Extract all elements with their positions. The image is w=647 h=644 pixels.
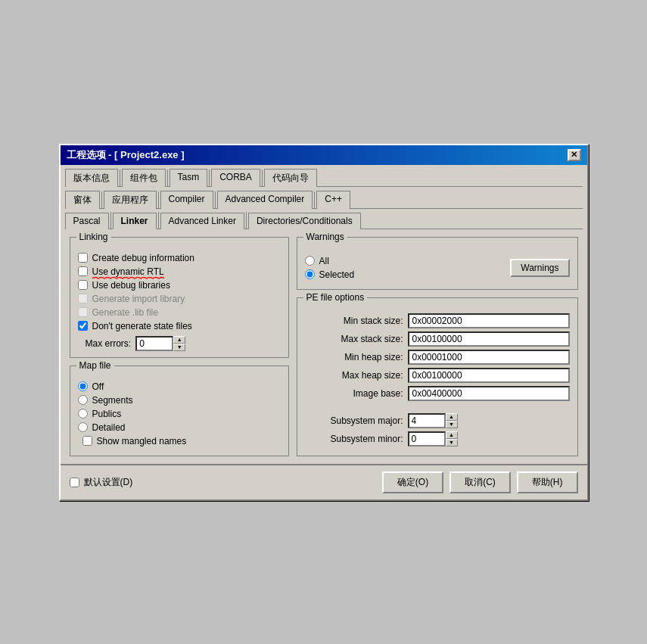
tab-row-1: 版本信息 组件包 Tasm CORBA 代码向导 (61, 165, 587, 186)
map-segments-row: Segments (78, 395, 281, 406)
map-off-radio[interactable] (78, 381, 88, 391)
use-debug-libs-label: Use debug libraries (92, 280, 170, 291)
pe-min-heap-row: Min heap size: (305, 350, 570, 365)
max-errors-up-btn[interactable]: ▲ (173, 336, 185, 344)
subsystem-minor-input[interactable] (408, 431, 446, 446)
map-segments-radio[interactable] (78, 395, 88, 405)
tab-separator (246, 212, 247, 229)
max-errors-spinbox-buttons: ▲ ▼ (173, 336, 185, 351)
pe-max-stack-input[interactable] (408, 331, 570, 347)
map-detailed-label: Detailed (92, 422, 126, 433)
tab-chuangti[interactable]: 窗体 (65, 191, 100, 209)
pe-image-base-input[interactable] (408, 386, 570, 401)
use-dynamic-rtl-checkbox[interactable] (78, 266, 88, 276)
tab-separator (110, 212, 111, 229)
subsystem-major-up-btn[interactable]: ▲ (446, 413, 458, 421)
tab-separator (158, 212, 159, 229)
close-button[interactable]: ✕ (568, 149, 581, 161)
cancel-button[interactable]: 取消(C) (449, 471, 511, 493)
subsystem-major-down-btn[interactable]: ▼ (446, 421, 458, 428)
tab-zujian[interactable]: 组件包 (122, 169, 166, 187)
subsystem-major-input[interactable] (408, 413, 446, 428)
subsystem-major-label: Subsystem major: (305, 415, 403, 426)
subsystem-major-spinbox: ▲ ▼ (408, 413, 458, 428)
warnings-selected-row: Selected (305, 269, 355, 280)
map-off-row: Off (78, 381, 281, 392)
pe-options-title: PE file options (303, 292, 368, 303)
bottom-bar: 默认设置(D) 确定(O) 取消(C) 帮助(H) (61, 464, 587, 499)
tab-cpp[interactable]: C++ (316, 191, 350, 209)
map-publics-label: Publics (92, 409, 122, 419)
pe-min-heap-input[interactable] (408, 350, 570, 365)
tab-separator (262, 170, 263, 186)
warnings-radios: All Selected (305, 253, 355, 283)
create-debug-row: Create debug information (78, 253, 281, 263)
tab-daima[interactable]: 代码向导 (264, 169, 317, 187)
tab-directories[interactable]: Directories/Conditionals (248, 213, 361, 229)
tab-advanced-linker[interactable]: Advanced Linker (160, 213, 244, 229)
use-dynamic-rtl-label: Use dynamic RTL (92, 266, 164, 277)
use-debug-libs-row: Use debug libraries (78, 280, 281, 291)
show-mangled-checkbox[interactable] (82, 436, 92, 446)
subsystem-minor-btns: ▲ ▼ (446, 431, 458, 446)
subsystem-major-btns: ▲ ▼ (446, 413, 458, 428)
pe-image-base-label: Image base: (305, 388, 403, 399)
pe-max-stack-row: Max stack size: (305, 331, 570, 347)
map-segments-label: Segments (92, 395, 133, 406)
pe-max-heap-input[interactable] (408, 368, 570, 383)
title-bar: 工程选项 - [ Project2.exe ] ✕ (61, 145, 587, 165)
tab-row-3: Pascal Linker Advanced Linker Directorie… (61, 209, 587, 229)
linking-title: Linking (76, 232, 111, 242)
subsystem-minor-label: Subsystem minor: (305, 434, 403, 444)
generate-import-label: Generate import library (92, 294, 185, 304)
pe-min-stack-row: Min stack size: (305, 313, 570, 328)
map-detailed-radio[interactable] (78, 422, 88, 432)
use-dynamic-rtl-row: Use dynamic RTL (78, 266, 281, 277)
tab-linker[interactable]: Linker (113, 213, 157, 229)
tab-corba[interactable]: CORBA (211, 169, 260, 187)
tab-yingyong[interactable]: 应用程序 (104, 191, 157, 209)
tab-pascal[interactable]: Pascal (65, 213, 109, 229)
max-errors-input[interactable] (135, 336, 173, 351)
generate-import-checkbox (78, 294, 88, 303)
warnings-all-label: All (319, 256, 329, 266)
linking-panel: Linking Create debug information Use dyn… (70, 237, 289, 358)
generate-import-row: Generate import library (78, 294, 281, 304)
warnings-row: All Selected Warnings (305, 253, 570, 283)
map-publics-radio[interactable] (78, 409, 88, 418)
max-errors-label: Max errors: (86, 338, 132, 349)
dont-generate-label: Don't generate state files (92, 321, 192, 331)
pe-max-stack-label: Max stack size: (305, 334, 403, 344)
generate-lib-row: Generate .lib file (78, 307, 281, 318)
max-errors-down-btn[interactable]: ▼ (173, 344, 185, 351)
tab-compiler[interactable]: Compiler (160, 191, 213, 209)
warnings-all-radio[interactable] (305, 256, 315, 266)
main-window: 工程选项 - [ Project2.exe ] ✕ 版本信息 组件包 Tasm … (59, 144, 589, 501)
subsystem-minor-down-btn[interactable]: ▼ (446, 439, 458, 446)
map-file-title: Map file (76, 360, 114, 371)
generate-lib-label: Generate .lib file (92, 307, 158, 318)
warnings-panel: Warnings All Selected Warnings (297, 237, 578, 290)
left-panels: Linking Create debug information Use dyn… (70, 237, 289, 456)
tab-separator (215, 191, 216, 208)
help-button[interactable]: 帮助(H) (517, 471, 578, 493)
pe-image-base-row: Image base: (305, 386, 570, 401)
tab-banben[interactable]: 版本信息 (65, 169, 118, 187)
dont-generate-checkbox[interactable] (78, 321, 88, 331)
create-debug-checkbox[interactable] (78, 253, 88, 263)
use-debug-libs-checkbox[interactable] (78, 280, 88, 290)
tab-separator (158, 191, 159, 208)
default-settings-checkbox[interactable] (70, 478, 79, 487)
subsystem-minor-spinbox: ▲ ▼ (408, 431, 458, 446)
max-errors-row: Max errors: ▲ ▼ (78, 336, 281, 351)
warnings-button[interactable]: Warnings (510, 259, 569, 277)
pe-max-heap-label: Max heap size: (305, 370, 403, 381)
dont-generate-row: Don't generate state files (78, 321, 281, 331)
tab-tasm[interactable]: Tasm (170, 169, 208, 187)
tab-advanced-compiler[interactable]: Advanced Compiler (217, 191, 313, 209)
generate-lib-checkbox (78, 307, 88, 317)
ok-button[interactable]: 确定(O) (382, 471, 443, 493)
subsystem-minor-up-btn[interactable]: ▲ (446, 431, 458, 439)
pe-min-stack-input[interactable] (408, 313, 570, 328)
warnings-selected-radio[interactable] (305, 269, 315, 279)
